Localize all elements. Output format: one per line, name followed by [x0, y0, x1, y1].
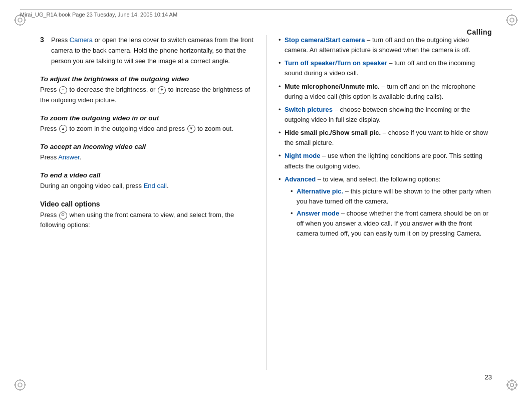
header-bar: Mirai_UG_R1A.book Page 23 Tuesday, June … [20, 9, 512, 18]
svg-point-19 [510, 383, 514, 387]
section-accept-body: Press Answer. [40, 152, 253, 162]
advanced-sub-list: Alternative pic. – this picture will be … [291, 186, 492, 239]
list-item-alternative-pic: Alternative pic. – this picture will be … [291, 186, 492, 207]
corner-mark-br [505, 378, 519, 392]
term-hide-small-pic: Hide small pic./Show small pic. [285, 129, 381, 136]
svg-point-13 [18, 383, 22, 387]
options-list: Stop camera/Start camera – turn off and … [279, 35, 492, 239]
section-zoom-heading: To zoom the outgoing video in or out [40, 114, 253, 122]
column-divider [266, 35, 267, 370]
term-alternative-pic: Alternative pic. [297, 187, 343, 195]
step-3-number: 3 [40, 35, 51, 44]
term-advanced: Advanced [285, 175, 316, 183]
list-item-advanced: Advanced – to view, and select, the foll… [279, 174, 492, 239]
step-3: 3 Press Camera or open the lens cover to… [40, 35, 253, 66]
list-item-turn-off-speaker: Turn off speaker/Turn on speaker – turn … [279, 58, 492, 78]
menu-icon: ⊙ [59, 212, 67, 220]
zoom-in-icon: ▲ [59, 125, 67, 133]
end-call-link: End call [144, 182, 167, 189]
term-switch-pictures: Switch pictures [285, 106, 333, 113]
section-video-options-body: Press ⊙ when using the front camera to v… [40, 210, 253, 230]
section-adjust-brightness-body: Press − to decrease the brightness, or +… [40, 85, 253, 105]
step-3-camera-link: Camera [70, 36, 93, 44]
section-accept-heading: To accept an incoming video call [40, 143, 253, 150]
list-item-stop-camera: Stop camera/Start camera – turn off and … [279, 35, 492, 55]
section-zoom-video: To zoom the outgoing video in or out Pre… [40, 114, 253, 134]
section-end-heading: To end a video call [40, 171, 253, 179]
page: Mirai_UG_R1A.book Page 23 Tuesday, June … [0, 0, 532, 405]
answer-link: Answer [58, 153, 80, 161]
right-column: Stop camera/Start camera – turn off and … [274, 35, 492, 370]
list-item-answer-mode: Answer mode – choose whether the front c… [291, 209, 492, 239]
step-3-text: Press Camera or open the lens cover to s… [51, 35, 253, 66]
minus-circle-icon: − [59, 86, 67, 94]
term-answer-mode: Answer mode [297, 210, 339, 217]
term-turn-off-speaker: Turn off speaker/Turn on speaker [285, 59, 387, 67]
list-item-mute-mic: Mute microphone/Unmute mic. – turn off a… [279, 82, 492, 102]
section-adjust-brightness-heading: To adjust the brightness of the outgoing… [40, 75, 253, 83]
term-stop-camera: Stop camera/Start camera [285, 36, 365, 44]
list-item-hide-small-pic: Hide small pic./Show small pic. – choose… [279, 128, 492, 148]
term-mute-mic: Mute microphone/Unmute mic. [285, 83, 380, 90]
page-number: 23 [485, 373, 492, 381]
svg-point-7 [510, 18, 514, 22]
list-item-night-mode: Night mode – use when the lighting condi… [279, 151, 492, 171]
left-column: 3 Press Camera or open the lens cover to… [40, 35, 258, 370]
plus-circle-icon: + [158, 86, 166, 94]
section-video-options: Video call options Press ⊙ when using th… [40, 200, 253, 230]
section-end-body: During an ongoing video call, press End … [40, 181, 253, 191]
section-end-call: To end a video call During an ongoing vi… [40, 171, 253, 191]
section-video-options-heading: Video call options [40, 200, 253, 208]
section-zoom-body: Press ▲ to zoom in the outgoing video an… [40, 124, 253, 134]
term-night-mode: Night mode [285, 152, 321, 159]
corner-mark-bl [13, 378, 27, 392]
list-item-switch-pictures: Switch pictures – choose between showing… [279, 105, 492, 125]
svg-point-1 [18, 18, 22, 22]
section-adjust-brightness: To adjust the brightness of the outgoing… [40, 75, 253, 105]
svg-point-12 [15, 380, 25, 390]
zoom-out-icon: ▼ [187, 125, 195, 133]
section-accept-call: To accept an incoming video call Press A… [40, 143, 253, 162]
header-text: Mirai_UG_R1A.book Page 23 Tuesday, June … [20, 12, 177, 18]
